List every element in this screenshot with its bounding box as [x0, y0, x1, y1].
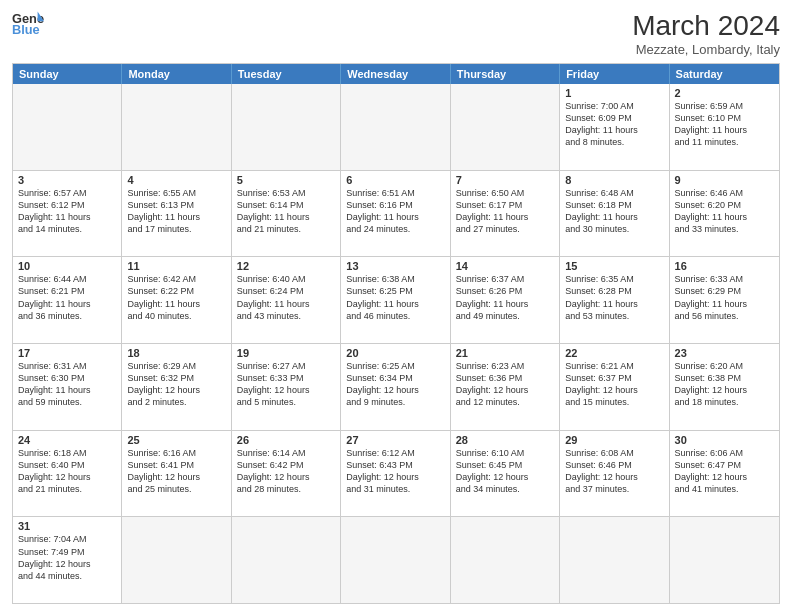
- day-info-14: Sunrise: 6:37 AM Sunset: 6:26 PM Dayligh…: [456, 273, 554, 322]
- day-number-22: 22: [565, 347, 663, 359]
- day-number-10: 10: [18, 260, 116, 272]
- day-info-3: Sunrise: 6:57 AM Sunset: 6:12 PM Dayligh…: [18, 187, 116, 236]
- cal-cell-r1-c1: 4Sunrise: 6:55 AM Sunset: 6:13 PM Daylig…: [122, 171, 231, 257]
- cal-cell-r0-c3: [341, 84, 450, 170]
- day-number-23: 23: [675, 347, 774, 359]
- day-number-31: 31: [18, 520, 116, 532]
- cal-cell-r2-c5: 15Sunrise: 6:35 AM Sunset: 6:28 PM Dayli…: [560, 257, 669, 343]
- day-info-24: Sunrise: 6:18 AM Sunset: 6:40 PM Dayligh…: [18, 447, 116, 496]
- calendar-body: 1Sunrise: 7:00 AM Sunset: 6:09 PM Daylig…: [13, 84, 779, 603]
- cal-cell-r2-c2: 12Sunrise: 6:40 AM Sunset: 6:24 PM Dayli…: [232, 257, 341, 343]
- day-number-27: 27: [346, 434, 444, 446]
- cal-cell-r3-c5: 22Sunrise: 6:21 AM Sunset: 6:37 PM Dayli…: [560, 344, 669, 430]
- day-info-23: Sunrise: 6:20 AM Sunset: 6:38 PM Dayligh…: [675, 360, 774, 409]
- day-number-12: 12: [237, 260, 335, 272]
- day-info-13: Sunrise: 6:38 AM Sunset: 6:25 PM Dayligh…: [346, 273, 444, 322]
- cal-cell-r2-c1: 11Sunrise: 6:42 AM Sunset: 6:22 PM Dayli…: [122, 257, 231, 343]
- cal-row-0: 1Sunrise: 7:00 AM Sunset: 6:09 PM Daylig…: [13, 84, 779, 170]
- day-number-1: 1: [565, 87, 663, 99]
- cal-cell-r2-c0: 10Sunrise: 6:44 AM Sunset: 6:21 PM Dayli…: [13, 257, 122, 343]
- header-friday: Friday: [560, 64, 669, 84]
- day-info-6: Sunrise: 6:51 AM Sunset: 6:16 PM Dayligh…: [346, 187, 444, 236]
- day-number-9: 9: [675, 174, 774, 186]
- day-info-28: Sunrise: 6:10 AM Sunset: 6:45 PM Dayligh…: [456, 447, 554, 496]
- cal-cell-r0-c6: 2Sunrise: 6:59 AM Sunset: 6:10 PM Daylig…: [670, 84, 779, 170]
- day-number-17: 17: [18, 347, 116, 359]
- day-number-2: 2: [675, 87, 774, 99]
- cal-cell-r4-c1: 25Sunrise: 6:16 AM Sunset: 6:41 PM Dayli…: [122, 431, 231, 517]
- page: General Blue March 2024 Mezzate, Lombard…: [0, 0, 792, 612]
- cal-cell-r3-c2: 19Sunrise: 6:27 AM Sunset: 6:33 PM Dayli…: [232, 344, 341, 430]
- cal-cell-r0-c0: [13, 84, 122, 170]
- cal-cell-r2-c4: 14Sunrise: 6:37 AM Sunset: 6:26 PM Dayli…: [451, 257, 560, 343]
- day-info-8: Sunrise: 6:48 AM Sunset: 6:18 PM Dayligh…: [565, 187, 663, 236]
- cal-cell-r5-c1: [122, 517, 231, 603]
- day-info-17: Sunrise: 6:31 AM Sunset: 6:30 PM Dayligh…: [18, 360, 116, 409]
- day-number-16: 16: [675, 260, 774, 272]
- day-info-5: Sunrise: 6:53 AM Sunset: 6:14 PM Dayligh…: [237, 187, 335, 236]
- day-info-26: Sunrise: 6:14 AM Sunset: 6:42 PM Dayligh…: [237, 447, 335, 496]
- header-sunday: Sunday: [13, 64, 122, 84]
- main-title: March 2024: [632, 10, 780, 42]
- day-info-11: Sunrise: 6:42 AM Sunset: 6:22 PM Dayligh…: [127, 273, 225, 322]
- cal-cell-r0-c5: 1Sunrise: 7:00 AM Sunset: 6:09 PM Daylig…: [560, 84, 669, 170]
- day-number-25: 25: [127, 434, 225, 446]
- day-number-3: 3: [18, 174, 116, 186]
- cal-cell-r4-c2: 26Sunrise: 6:14 AM Sunset: 6:42 PM Dayli…: [232, 431, 341, 517]
- day-number-14: 14: [456, 260, 554, 272]
- day-info-20: Sunrise: 6:25 AM Sunset: 6:34 PM Dayligh…: [346, 360, 444, 409]
- cal-cell-r0-c1: [122, 84, 231, 170]
- day-info-30: Sunrise: 6:06 AM Sunset: 6:47 PM Dayligh…: [675, 447, 774, 496]
- generalblue-logo-icon: General Blue: [12, 10, 44, 38]
- day-number-21: 21: [456, 347, 554, 359]
- day-number-4: 4: [127, 174, 225, 186]
- cal-cell-r2-c3: 13Sunrise: 6:38 AM Sunset: 6:25 PM Dayli…: [341, 257, 450, 343]
- cal-cell-r5-c0: 31Sunrise: 7:04 AM Sunset: 7:49 PM Dayli…: [13, 517, 122, 603]
- subtitle: Mezzate, Lombardy, Italy: [632, 42, 780, 57]
- cal-cell-r3-c3: 20Sunrise: 6:25 AM Sunset: 6:34 PM Dayli…: [341, 344, 450, 430]
- day-info-1: Sunrise: 7:00 AM Sunset: 6:09 PM Dayligh…: [565, 100, 663, 149]
- cal-cell-r1-c6: 9Sunrise: 6:46 AM Sunset: 6:20 PM Daylig…: [670, 171, 779, 257]
- cal-cell-r5-c4: [451, 517, 560, 603]
- cal-cell-r4-c5: 29Sunrise: 6:08 AM Sunset: 6:46 PM Dayli…: [560, 431, 669, 517]
- cal-cell-r1-c5: 8Sunrise: 6:48 AM Sunset: 6:18 PM Daylig…: [560, 171, 669, 257]
- header-saturday: Saturday: [670, 64, 779, 84]
- cal-row-5: 31Sunrise: 7:04 AM Sunset: 7:49 PM Dayli…: [13, 516, 779, 603]
- calendar: Sunday Monday Tuesday Wednesday Thursday…: [12, 63, 780, 604]
- cal-cell-r2-c6: 16Sunrise: 6:33 AM Sunset: 6:29 PM Dayli…: [670, 257, 779, 343]
- cal-cell-r4-c6: 30Sunrise: 6:06 AM Sunset: 6:47 PM Dayli…: [670, 431, 779, 517]
- day-info-7: Sunrise: 6:50 AM Sunset: 6:17 PM Dayligh…: [456, 187, 554, 236]
- header-wednesday: Wednesday: [341, 64, 450, 84]
- day-number-6: 6: [346, 174, 444, 186]
- day-info-19: Sunrise: 6:27 AM Sunset: 6:33 PM Dayligh…: [237, 360, 335, 409]
- cal-cell-r3-c1: 18Sunrise: 6:29 AM Sunset: 6:32 PM Dayli…: [122, 344, 231, 430]
- cal-row-2: 10Sunrise: 6:44 AM Sunset: 6:21 PM Dayli…: [13, 256, 779, 343]
- logo: General Blue: [12, 10, 44, 38]
- day-info-22: Sunrise: 6:21 AM Sunset: 6:37 PM Dayligh…: [565, 360, 663, 409]
- day-info-12: Sunrise: 6:40 AM Sunset: 6:24 PM Dayligh…: [237, 273, 335, 322]
- header: General Blue March 2024 Mezzate, Lombard…: [12, 10, 780, 57]
- cal-cell-r5-c3: [341, 517, 450, 603]
- day-info-18: Sunrise: 6:29 AM Sunset: 6:32 PM Dayligh…: [127, 360, 225, 409]
- day-number-7: 7: [456, 174, 554, 186]
- day-number-30: 30: [675, 434, 774, 446]
- day-info-31: Sunrise: 7:04 AM Sunset: 7:49 PM Dayligh…: [18, 533, 116, 582]
- day-number-8: 8: [565, 174, 663, 186]
- cal-cell-r1-c4: 7Sunrise: 6:50 AM Sunset: 6:17 PM Daylig…: [451, 171, 560, 257]
- header-tuesday: Tuesday: [232, 64, 341, 84]
- cal-row-1: 3Sunrise: 6:57 AM Sunset: 6:12 PM Daylig…: [13, 170, 779, 257]
- cal-cell-r4-c3: 27Sunrise: 6:12 AM Sunset: 6:43 PM Dayli…: [341, 431, 450, 517]
- day-number-24: 24: [18, 434, 116, 446]
- cal-cell-r5-c5: [560, 517, 669, 603]
- day-number-18: 18: [127, 347, 225, 359]
- day-number-13: 13: [346, 260, 444, 272]
- cal-cell-r1-c3: 6Sunrise: 6:51 AM Sunset: 6:16 PM Daylig…: [341, 171, 450, 257]
- day-number-11: 11: [127, 260, 225, 272]
- day-info-10: Sunrise: 6:44 AM Sunset: 6:21 PM Dayligh…: [18, 273, 116, 322]
- day-info-27: Sunrise: 6:12 AM Sunset: 6:43 PM Dayligh…: [346, 447, 444, 496]
- cal-cell-r4-c4: 28Sunrise: 6:10 AM Sunset: 6:45 PM Dayli…: [451, 431, 560, 517]
- cal-cell-r3-c4: 21Sunrise: 6:23 AM Sunset: 6:36 PM Dayli…: [451, 344, 560, 430]
- day-number-29: 29: [565, 434, 663, 446]
- header-monday: Monday: [122, 64, 231, 84]
- cal-cell-r5-c2: [232, 517, 341, 603]
